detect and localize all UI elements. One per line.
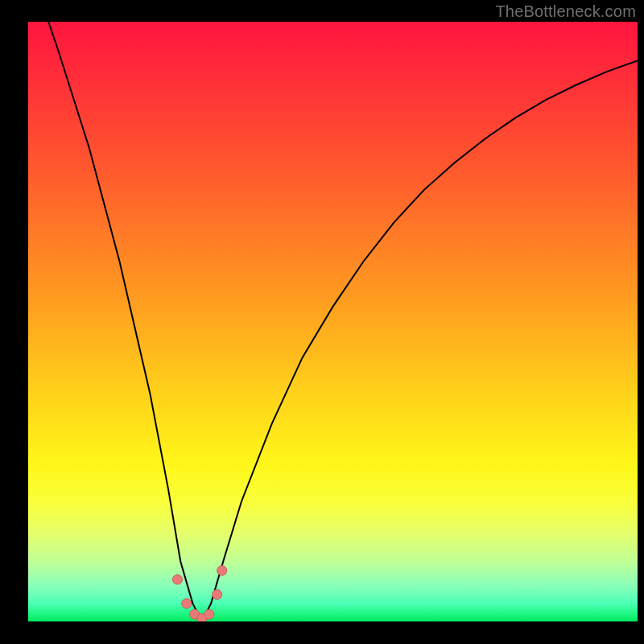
curve-marker (213, 589, 222, 599)
marker-group (172, 566, 226, 621)
chart-frame: TheBottleneck.com (0, 0, 644, 644)
curve-marker (172, 575, 182, 584)
bottleneck-curve (28, 22, 638, 621)
curve-marker (217, 566, 227, 576)
chart-svg (28, 22, 638, 621)
curve-marker (182, 599, 192, 609)
curve-marker (204, 609, 214, 619)
watermark-text: TheBottleneck.com (495, 2, 636, 21)
plot-area (28, 22, 638, 621)
